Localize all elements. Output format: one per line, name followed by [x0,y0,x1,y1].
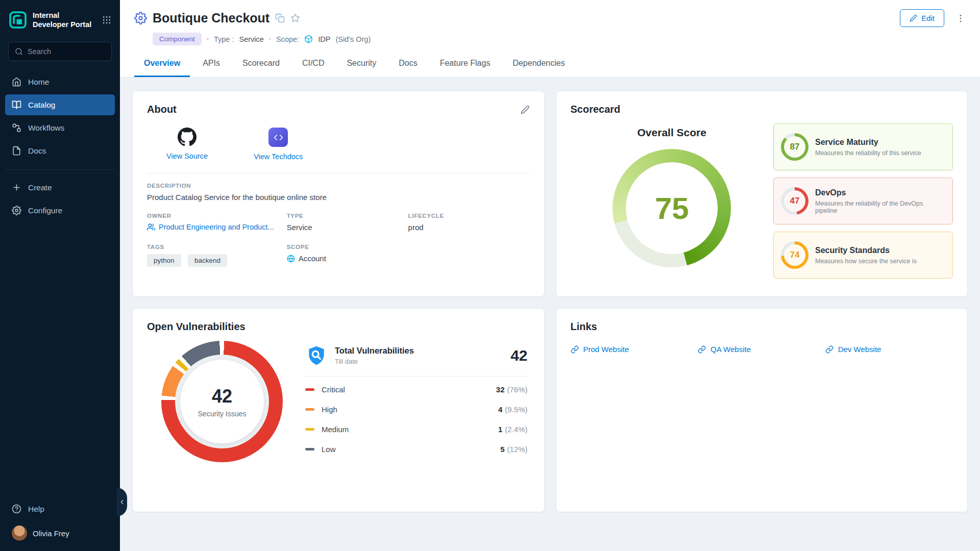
links-card: Links Prod Website QA Website Dev Websit… [556,308,968,512]
sidebar-item-configure[interactable]: Configure [5,200,115,221]
scope-value: IDP [318,35,330,43]
separator: • [207,36,209,43]
globe-icon [287,255,295,263]
sidebar-item-label: Create [28,183,52,192]
severity-dash [305,388,314,391]
content-area: About View Source View Techdocs DESCRIPT… [120,78,980,551]
tag-python[interactable]: python [147,254,181,267]
sidebar-item-label: Help [28,505,44,514]
description-label: DESCRIPTION [147,183,530,189]
scorecard-item-devops[interactable]: 47 DevOps Measures the reliability of th… [773,178,953,224]
total-value: 42 [510,347,527,364]
severity-pct: (2.4%) [505,425,527,434]
scorecard-title: Scorecard [571,104,621,115]
sidebar-item-help[interactable]: Help [5,498,115,519]
score-ring: 74 [781,241,808,269]
type-label: Type : [214,35,234,43]
about-card: About View Source View Techdocs DESCRIPT… [132,91,545,297]
sidebar-item-docs[interactable]: Docs [5,140,115,161]
view-source-link[interactable]: View Source [166,128,208,161]
plus-icon [12,183,21,192]
divider [305,376,528,377]
score-ring: 47 [781,187,808,215]
copy-icon[interactable] [275,13,285,23]
owner-label: OWNER [147,213,287,219]
component-cog-icon [134,12,147,24]
scope-field-value: Account [287,254,408,263]
sidebar-item-label: Home [28,78,49,87]
overall-donut: 75 [612,149,731,267]
sidebar-item-workflows[interactable]: Workflows [5,117,115,138]
edit-button[interactable]: Edit [900,9,944,27]
scorecard-card: Scorecard Overall Score 75 87 [556,91,968,297]
score-name: DevOps [815,188,945,197]
user-menu[interactable]: Olivia Frey [5,519,115,543]
scorecard-item-security-standards[interactable]: 74 Security Standards Measures how secur… [773,232,953,279]
overall-score-label: Overall Score [638,127,706,139]
tab-overview[interactable]: Overview [134,52,190,77]
tab-docs[interactable]: Docs [389,52,427,77]
severity-label: Critical [322,385,345,394]
gear-icon [12,206,21,215]
tab-cicd[interactable]: CI/CD [292,52,334,77]
severity-dash [305,448,314,450]
workflows-icon [12,123,21,133]
lifecycle-label: LIFECYCLE [408,213,530,219]
owner-link[interactable]: Product Engineering and Product... [147,223,275,231]
about-edit-icon[interactable] [521,105,530,114]
docs-icon [12,146,21,156]
vulnerabilities-card: Open Vulnerabilities 42 Security Issues [132,308,545,512]
tab-scorecard[interactable]: Scorecard [233,52,289,77]
score-desc: Measures how secure the service is [815,258,917,265]
search-input[interactable] [28,47,105,56]
chevron-left-icon [118,498,126,506]
sidebar-item-label: Docs [28,146,46,156]
apps-grid-icon[interactable] [102,15,112,25]
severity-dash [305,408,314,411]
sidebar-item-create[interactable]: Create [5,177,115,198]
component-badge: Component [153,33,202,45]
tab-apis[interactable]: APIs [193,52,230,77]
techdocs-icon [268,128,288,147]
score-value: 74 [790,250,800,260]
link-icon [825,345,834,354]
overall-score-value: 75 [655,191,689,226]
scope-org: (Sid's Org) [335,35,371,43]
tab-security[interactable]: Security [337,52,386,77]
severity-pct: (12%) [507,445,527,454]
link-prod-website[interactable]: Prod Website [571,345,698,354]
tab-dependencies[interactable]: Dependencies [503,52,574,77]
catalog-icon [12,100,21,110]
vuln-donut-label: Security Issues [198,410,247,418]
score-desc: Measures the reliability of the DevOps p… [815,200,945,214]
sidebar-item-home[interactable]: Home [5,71,115,92]
scope-label: Scope: [276,35,299,43]
star-icon[interactable] [290,13,300,23]
link-icon [571,345,579,354]
sidebar: Internal Developer Portal Home Catalog W… [0,0,120,551]
page-header: Boutique Checkout Edit Component • Type … [120,0,980,78]
lifecycle-value: prod [408,223,530,232]
scope-box-icon [304,35,313,43]
severity-row-medium: Medium 1(2.4%) [305,419,528,439]
severity-pct: (9.5%) [505,405,527,414]
link-dev-website[interactable]: Dev Website [825,345,953,354]
sidebar-item-label: Catalog [28,101,55,110]
user-name: Olivia Frey [33,529,69,538]
sidebar-search[interactable] [8,42,112,61]
tag-backend[interactable]: backend [188,254,227,267]
divider [147,173,530,173]
tab-feature-flags[interactable]: Feature Flags [430,52,500,77]
severity-count: 5 [500,445,504,454]
link-qa-website[interactable]: QA Website [698,345,825,354]
total-vulnerabilities: Total Vulnerabilities Till date 42 [305,344,528,367]
view-techdocs-link[interactable]: View Techdocs [254,128,303,161]
more-menu-icon[interactable] [955,13,966,23]
scorecard-item-service-maturity[interactable]: 87 Service Maturity Measures the reliabi… [773,123,953,170]
vulnerabilities-donut: 42 Security Issues [161,341,283,462]
severity-row-critical: Critical 32(76%) [305,380,528,399]
avatar [12,525,27,541]
score-name: Security Standards [815,246,917,255]
separator: • [269,36,271,43]
sidebar-item-catalog[interactable]: Catalog [5,94,115,115]
